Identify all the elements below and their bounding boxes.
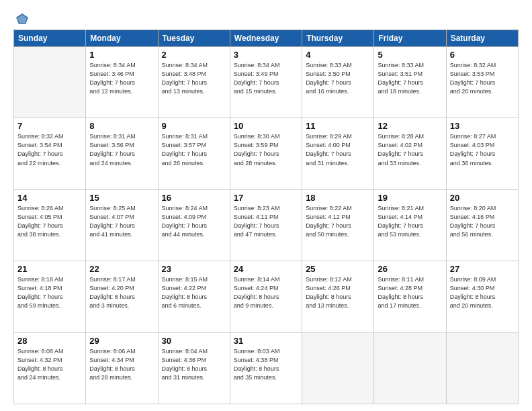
day-info: Sunrise: 8:12 AMSunset: 4:26 PMDaylight:… xyxy=(306,275,370,310)
day-number: 21 xyxy=(17,264,82,274)
calendar-cell: 25Sunrise: 8:12 AMSunset: 4:26 PMDayligh… xyxy=(302,261,374,332)
day-number: 30 xyxy=(162,336,226,346)
day-info: Sunrise: 8:24 AMSunset: 4:09 PMDaylight:… xyxy=(162,204,226,239)
day-info: Sunrise: 8:26 AMSunset: 4:05 PMDaylight:… xyxy=(17,204,82,239)
day-info: Sunrise: 8:32 AMSunset: 3:53 PMDaylight:… xyxy=(450,61,515,96)
calendar-cell: 19Sunrise: 8:21 AMSunset: 4:14 PMDayligh… xyxy=(374,189,446,261)
day-info: Sunrise: 8:33 AMSunset: 3:50 PMDaylight:… xyxy=(306,61,370,96)
day-number: 5 xyxy=(378,50,442,60)
calendar-cell xyxy=(14,47,86,118)
day-number: 31 xyxy=(234,336,298,346)
day-number: 24 xyxy=(234,264,298,274)
calendar-header-row: SundayMondayTuesdayWednesdayThursdayFrid… xyxy=(14,30,519,47)
day-info: Sunrise: 8:30 AMSunset: 3:59 PMDaylight:… xyxy=(234,132,298,167)
calendar-cell: 11Sunrise: 8:29 AMSunset: 4:00 PMDayligh… xyxy=(302,118,374,189)
day-number: 27 xyxy=(450,264,515,274)
calendar-cell: 23Sunrise: 8:15 AMSunset: 4:22 PMDayligh… xyxy=(158,261,230,332)
day-number: 2 xyxy=(162,50,226,60)
day-number: 14 xyxy=(17,193,82,203)
day-info: Sunrise: 8:25 AMSunset: 4:07 PMDaylight:… xyxy=(89,204,154,239)
calendar-cell: 1Sunrise: 8:34 AMSunset: 3:46 PMDaylight… xyxy=(86,47,158,118)
calendar-cell: 10Sunrise: 8:30 AMSunset: 3:59 PMDayligh… xyxy=(230,118,302,189)
day-info: Sunrise: 8:31 AMSunset: 3:57 PMDaylight:… xyxy=(162,132,226,167)
day-number: 29 xyxy=(89,336,154,346)
day-info: Sunrise: 8:27 AMSunset: 4:03 PMDaylight:… xyxy=(450,132,515,167)
day-info: Sunrise: 8:21 AMSunset: 4:14 PMDaylight:… xyxy=(378,204,442,239)
day-number: 25 xyxy=(306,264,370,274)
calendar-table: SundayMondayTuesdayWednesdayThursdayFrid… xyxy=(13,30,519,404)
day-number: 10 xyxy=(234,121,298,131)
day-number: 3 xyxy=(234,50,298,60)
calendar-week-row: 14Sunrise: 8:26 AMSunset: 4:05 PMDayligh… xyxy=(14,189,519,261)
day-number: 26 xyxy=(378,264,442,274)
day-info: Sunrise: 8:03 AMSunset: 4:38 PMDaylight:… xyxy=(234,347,298,382)
day-info: Sunrise: 8:34 AMSunset: 3:48 PMDaylight:… xyxy=(162,61,226,96)
calendar-cell: 29Sunrise: 8:06 AMSunset: 4:34 PMDayligh… xyxy=(86,332,158,404)
logo-flag-icon xyxy=(15,12,30,27)
day-info: Sunrise: 8:14 AMSunset: 4:24 PMDaylight:… xyxy=(234,275,298,310)
day-number: 18 xyxy=(306,193,370,203)
day-number: 15 xyxy=(89,193,154,203)
day-info: Sunrise: 8:33 AMSunset: 3:51 PMDaylight:… xyxy=(378,61,442,96)
day-info: Sunrise: 8:34 AMSunset: 3:49 PMDaylight:… xyxy=(234,61,298,96)
day-number: 19 xyxy=(378,193,442,203)
calendar-cell xyxy=(446,332,518,404)
day-number: 28 xyxy=(17,336,82,346)
calendar-cell xyxy=(374,332,446,404)
calendar-cell: 13Sunrise: 8:27 AMSunset: 4:03 PMDayligh… xyxy=(446,118,518,189)
day-number: 16 xyxy=(162,193,226,203)
day-info: Sunrise: 8:04 AMSunset: 4:36 PMDaylight:… xyxy=(162,347,226,382)
day-number: 7 xyxy=(17,121,82,131)
calendar-cell: 30Sunrise: 8:04 AMSunset: 4:36 PMDayligh… xyxy=(158,332,230,404)
day-info: Sunrise: 8:31 AMSunset: 3:56 PMDaylight:… xyxy=(89,132,154,167)
calendar-cell: 26Sunrise: 8:11 AMSunset: 4:28 PMDayligh… xyxy=(374,261,446,332)
calendar-cell: 24Sunrise: 8:14 AMSunset: 4:24 PMDayligh… xyxy=(230,261,302,332)
calendar-cell: 16Sunrise: 8:24 AMSunset: 4:09 PMDayligh… xyxy=(158,189,230,261)
calendar-cell: 3Sunrise: 8:34 AMSunset: 3:49 PMDaylight… xyxy=(230,47,302,118)
calendar-cell: 27Sunrise: 8:09 AMSunset: 4:30 PMDayligh… xyxy=(446,261,518,332)
day-number: 11 xyxy=(306,121,370,131)
day-info: Sunrise: 8:08 AMSunset: 4:32 PMDaylight:… xyxy=(17,347,82,382)
calendar-cell: 14Sunrise: 8:26 AMSunset: 4:05 PMDayligh… xyxy=(14,189,86,261)
day-number: 22 xyxy=(89,264,154,274)
day-info: Sunrise: 8:23 AMSunset: 4:11 PMDaylight:… xyxy=(234,204,298,239)
calendar-cell: 18Sunrise: 8:22 AMSunset: 4:12 PMDayligh… xyxy=(302,189,374,261)
day-number: 17 xyxy=(234,193,298,203)
calendar-week-row: 28Sunrise: 8:08 AMSunset: 4:32 PMDayligh… xyxy=(14,332,519,404)
calendar-cell: 20Sunrise: 8:20 AMSunset: 4:16 PMDayligh… xyxy=(446,189,518,261)
day-info: Sunrise: 8:11 AMSunset: 4:28 PMDaylight:… xyxy=(378,275,442,310)
calendar-cell: 8Sunrise: 8:31 AMSunset: 3:56 PMDaylight… xyxy=(86,118,158,189)
day-number: 20 xyxy=(450,193,515,203)
calendar-cell: 12Sunrise: 8:28 AMSunset: 4:02 PMDayligh… xyxy=(374,118,446,189)
calendar-cell: 28Sunrise: 8:08 AMSunset: 4:32 PMDayligh… xyxy=(14,332,86,404)
column-header-friday: Friday xyxy=(374,30,446,47)
day-number: 13 xyxy=(450,121,515,131)
day-number: 12 xyxy=(378,121,442,131)
day-number: 1 xyxy=(89,50,154,60)
calendar-cell: 15Sunrise: 8:25 AMSunset: 4:07 PMDayligh… xyxy=(86,189,158,261)
day-info: Sunrise: 8:32 AMSunset: 3:54 PMDaylight:… xyxy=(17,132,82,167)
calendar-cell: 21Sunrise: 8:18 AMSunset: 4:18 PMDayligh… xyxy=(14,261,86,332)
day-info: Sunrise: 8:18 AMSunset: 4:18 PMDaylight:… xyxy=(17,275,82,310)
page: SundayMondayTuesdayWednesdayThursdayFrid… xyxy=(0,0,532,411)
column-header-wednesday: Wednesday xyxy=(230,30,302,47)
column-header-thursday: Thursday xyxy=(302,30,374,47)
calendar-cell: 6Sunrise: 8:32 AMSunset: 3:53 PMDaylight… xyxy=(446,47,518,118)
calendar-week-row: 1Sunrise: 8:34 AMSunset: 3:46 PMDaylight… xyxy=(14,47,519,118)
column-header-monday: Monday xyxy=(86,30,158,47)
calendar-cell: 5Sunrise: 8:33 AMSunset: 3:51 PMDaylight… xyxy=(374,47,446,118)
column-header-sunday: Sunday xyxy=(14,30,86,47)
calendar-cell xyxy=(302,332,374,404)
day-info: Sunrise: 8:09 AMSunset: 4:30 PMDaylight:… xyxy=(450,275,515,310)
calendar-week-row: 21Sunrise: 8:18 AMSunset: 4:18 PMDayligh… xyxy=(14,261,519,332)
calendar-week-row: 7Sunrise: 8:32 AMSunset: 3:54 PMDaylight… xyxy=(14,118,519,189)
column-header-tuesday: Tuesday xyxy=(158,30,230,47)
day-number: 23 xyxy=(162,264,226,274)
day-number: 9 xyxy=(162,121,226,131)
logo xyxy=(13,13,30,24)
calendar-cell: 17Sunrise: 8:23 AMSunset: 4:11 PMDayligh… xyxy=(230,189,302,261)
header xyxy=(13,11,519,24)
day-number: 4 xyxy=(306,50,370,60)
day-info: Sunrise: 8:15 AMSunset: 4:22 PMDaylight:… xyxy=(162,275,226,310)
calendar-cell: 9Sunrise: 8:31 AMSunset: 3:57 PMDaylight… xyxy=(158,118,230,189)
